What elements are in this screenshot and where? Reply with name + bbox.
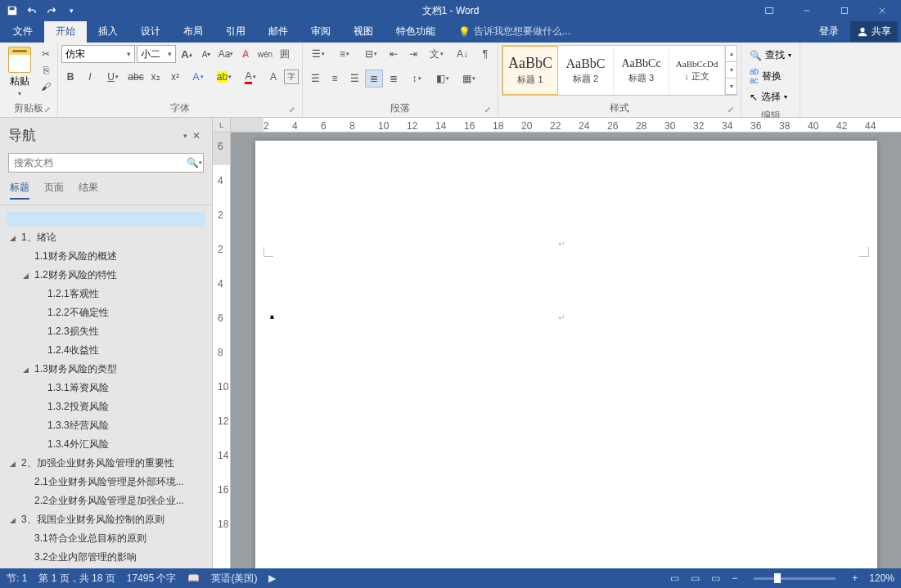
expand-icon[interactable]: ◢ bbox=[10, 516, 18, 524]
clear-format-button[interactable]: A̷ bbox=[237, 45, 255, 63]
superscript-button[interactable]: x² bbox=[166, 68, 184, 86]
zoom-out-button[interactable]: − bbox=[732, 572, 737, 584]
tree-item[interactable]: 1.2.4收益性 bbox=[3, 341, 209, 360]
align-center-button[interactable]: ≡ bbox=[326, 70, 344, 88]
style-heading3[interactable]: AaBbCc标题 3 bbox=[614, 46, 669, 95]
shrink-font-button[interactable]: A▾ bbox=[197, 45, 215, 63]
sort-button[interactable]: A↓ bbox=[450, 45, 475, 63]
undo-button[interactable] bbox=[23, 2, 41, 20]
view-read-mode[interactable]: ▭ bbox=[670, 572, 679, 584]
paste-button[interactable]: 粘贴 ▾ bbox=[3, 45, 36, 99]
tree-item[interactable]: 3.2企业内部管理的影响 bbox=[3, 548, 209, 567]
ribbon-display-options[interactable] bbox=[750, 0, 788, 21]
expand-icon[interactable]: ◢ bbox=[10, 460, 18, 468]
replace-button[interactable]: abac 替换 bbox=[746, 65, 785, 87]
multilevel-button[interactable]: ⊟▾ bbox=[358, 45, 383, 63]
expand-icon[interactable]: ◢ bbox=[10, 234, 18, 242]
select-button[interactable]: ↖ 选择 ▾ bbox=[746, 88, 791, 105]
tree-item[interactable]: 1.3.3经营风险 bbox=[3, 416, 209, 435]
increase-indent-button[interactable]: ⇥ bbox=[404, 45, 422, 63]
tab-layout[interactable]: 布局 bbox=[172, 20, 214, 43]
tab-design[interactable]: 设计 bbox=[129, 20, 172, 43]
zoom-slider[interactable] bbox=[754, 577, 836, 580]
char-border-button[interactable]: 字 bbox=[284, 70, 299, 84]
tree-item[interactable]: 2.2企业财务风险管理是加强企业... bbox=[3, 491, 209, 510]
tab-references[interactable]: 引用 bbox=[214, 20, 257, 43]
align-left-button[interactable]: ☰ bbox=[306, 70, 324, 88]
tree-item[interactable]: ◢1.2财务风险的特性 bbox=[3, 266, 209, 285]
tree-item[interactable]: 3.1符合企业总目标的原则 bbox=[3, 529, 209, 548]
tree-item[interactable]: 1.2.2不确定性 bbox=[3, 303, 209, 322]
tell-me-box[interactable]: 💡 告诉我您想要做什么... bbox=[447, 20, 582, 43]
format-painter-button[interactable]: 🖌 bbox=[38, 79, 54, 94]
styles-launcher[interactable]: ⤢ bbox=[726, 105, 736, 115]
bold-button[interactable]: B bbox=[61, 68, 79, 86]
cut-button[interactable]: ✂ bbox=[38, 47, 54, 61]
tab-view[interactable]: 视图 bbox=[342, 20, 385, 43]
grow-font-button[interactable]: A▴ bbox=[178, 45, 196, 63]
tab-insert[interactable]: 插入 bbox=[87, 20, 129, 43]
maximize-button[interactable] bbox=[826, 0, 863, 21]
tab-home[interactable]: 开始 bbox=[44, 20, 87, 43]
expand-icon[interactable]: ◢ bbox=[23, 272, 31, 280]
paragraph-launcher[interactable]: ⤢ bbox=[483, 105, 493, 115]
document-page[interactable]: ↵ ↵ ▪ bbox=[255, 141, 877, 568]
tab-mailings[interactable]: 邮件 bbox=[257, 20, 300, 43]
share-button[interactable]: 共享 bbox=[850, 21, 898, 42]
status-language[interactable]: 英语(美国) bbox=[211, 572, 257, 586]
clipboard-launcher[interactable]: ⤢ bbox=[43, 105, 52, 115]
subscript-button[interactable]: x₂ bbox=[146, 68, 164, 86]
style-heading1[interactable]: AaBbC标题 1 bbox=[502, 46, 558, 95]
numbering-button[interactable]: ≡▾ bbox=[332, 45, 357, 63]
bullets-button[interactable]: ☰▾ bbox=[306, 45, 331, 63]
save-button[interactable] bbox=[3, 2, 21, 20]
underline-button[interactable]: U▾ bbox=[101, 68, 125, 86]
tree-item[interactable]: ◢2、加强企业财务风险管理的重要性 bbox=[3, 454, 209, 473]
zoom-level[interactable]: 120% bbox=[869, 572, 894, 584]
tree-item[interactable]: 2.1企业财务风险管理是外部环境... bbox=[3, 473, 209, 491]
change-case-button[interactable]: Aa▾ bbox=[217, 45, 235, 63]
nav-search-input[interactable] bbox=[8, 153, 204, 173]
font-name-combo[interactable]: 仿宋▾ bbox=[61, 45, 135, 63]
borders-button[interactable]: ▦▾ bbox=[457, 70, 481, 88]
copy-button[interactable]: ⎘ bbox=[38, 63, 54, 78]
minimize-button[interactable] bbox=[788, 0, 826, 21]
vertical-ruler[interactable]: 64224681012141618 bbox=[213, 132, 231, 568]
tree-item[interactable]: 1.3.2投资风险 bbox=[3, 397, 209, 416]
style-heading2[interactable]: AaBbC标题 2 bbox=[558, 46, 614, 95]
strike-button[interactable]: abc bbox=[127, 68, 145, 86]
tree-item[interactable]: ◢1、绪论 bbox=[3, 228, 209, 247]
redo-button[interactable] bbox=[43, 2, 61, 20]
line-spacing-button[interactable]: ↕▾ bbox=[404, 70, 429, 88]
horizontal-ruler[interactable]: L 24681012141618202224262830323436384042… bbox=[213, 118, 901, 132]
tab-review[interactable]: 审阅 bbox=[300, 20, 342, 43]
highlight-button[interactable]: ab▾ bbox=[212, 68, 237, 86]
status-page[interactable]: 第 1 页，共 18 页 bbox=[38, 572, 115, 586]
tree-item[interactable]: 1.2.3损失性 bbox=[3, 322, 209, 341]
nav-tab-headings[interactable]: 标题 bbox=[10, 181, 29, 200]
close-button[interactable] bbox=[863, 0, 901, 21]
tree-item[interactable]: 1.2.1客观性 bbox=[3, 285, 209, 303]
enclose-char-button[interactable]: 囲 bbox=[276, 45, 294, 63]
tree-item[interactable]: 1.3.4外汇风险 bbox=[3, 435, 209, 454]
align-justify-button[interactable]: ≣ bbox=[365, 70, 383, 88]
align-distribute-button[interactable]: ≣ bbox=[385, 70, 403, 88]
align-right-button[interactable]: ☰ bbox=[345, 70, 363, 88]
nav-search-button[interactable]: 🔍▾ bbox=[186, 155, 202, 171]
zoom-in-button[interactable]: + bbox=[852, 572, 858, 584]
status-macro[interactable]: ▶ bbox=[268, 572, 276, 584]
view-print-layout[interactable]: ▭ bbox=[691, 572, 700, 584]
expand-icon[interactable]: ◢ bbox=[23, 366, 31, 374]
status-section[interactable]: 节: 1 bbox=[7, 572, 27, 586]
nav-tab-pages[interactable]: 页面 bbox=[44, 181, 64, 200]
font-size-combo[interactable]: 小二▾ bbox=[137, 45, 176, 63]
text-direction-button[interactable]: 文▾ bbox=[424, 45, 448, 63]
font-launcher[interactable]: ⤢ bbox=[287, 105, 297, 115]
font-color-button[interactable]: A▾ bbox=[238, 68, 263, 86]
ruler-corner[interactable]: L bbox=[213, 118, 231, 132]
status-proofing[interactable]: 📖 bbox=[187, 572, 200, 584]
page-viewport[interactable]: ↵ ↵ ▪ bbox=[231, 132, 901, 568]
tree-item[interactable]: 1.1财务风险的概述 bbox=[3, 247, 209, 266]
login-button[interactable]: 登录 bbox=[811, 20, 847, 43]
tree-item[interactable]: ◢1.3财务风险的类型 bbox=[3, 360, 209, 379]
